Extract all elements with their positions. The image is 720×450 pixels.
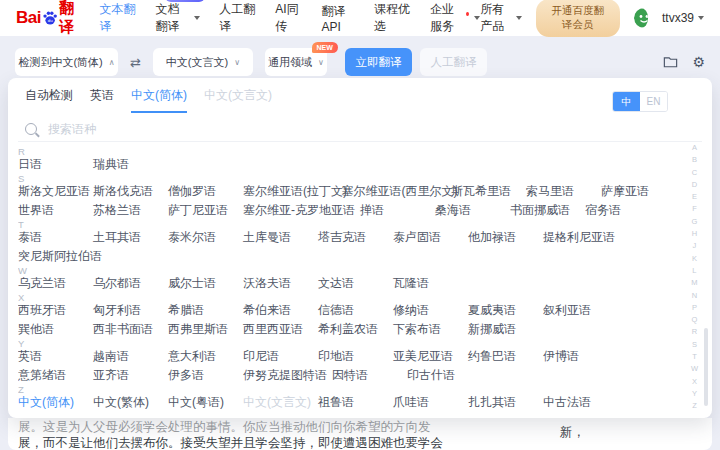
translate-editor[interactable]: 展。这是为人父母必须学会处理的事情。你应当推动他们向你希望的方向发 展，而不是让… <box>8 418 712 450</box>
index-letter[interactable]: F <box>692 205 697 213</box>
nav-item[interactable]: 人工翻译 <box>219 1 256 35</box>
language-option[interactable]: 日语 <box>18 157 93 172</box>
language-option[interactable]: 中文(简体) <box>18 395 93 410</box>
language-option[interactable]: 土库曼语 <box>243 230 318 245</box>
language-option[interactable]: 斯瓦希里语 <box>451 184 526 199</box>
language-option[interactable]: 威尔士语 <box>168 276 243 291</box>
language-option[interactable]: 苏格兰语 <box>93 203 168 218</box>
language-option[interactable]: 书面挪威语 <box>510 203 585 218</box>
language-option[interactable]: 爪哇语 <box>393 395 468 410</box>
language-option[interactable]: 中文(文言文) <box>243 395 318 410</box>
language-option[interactable]: 希伯来语 <box>243 303 318 318</box>
language-option[interactable]: 伊努克提图特语 <box>243 368 332 383</box>
language-option[interactable]: 掸语 <box>360 203 435 218</box>
index-letter[interactable]: N <box>692 292 697 300</box>
language-option[interactable]: 希腊语 <box>168 303 243 318</box>
index-letter[interactable]: A <box>692 144 697 152</box>
nav-item[interactable]: 翻译API <box>322 3 355 34</box>
language-option[interactable]: 塞尔维亚语(西里尔文) <box>342 184 451 199</box>
index-letter[interactable]: J <box>693 242 697 250</box>
language-option[interactable]: 塔吉克语 <box>318 230 393 245</box>
language-option[interactable]: 西弗里斯语 <box>168 322 243 337</box>
search-input[interactable] <box>46 121 652 137</box>
source-text[interactable]: 展。这是为人父母必须学会处理的事情。你应当推动他们向你希望的方向发 展，而不是让… <box>18 419 550 450</box>
language-option[interactable]: 瑞典语 <box>93 157 168 172</box>
nav-item[interactable]: 文档翻译全新升级 <box>155 1 200 35</box>
index-letter[interactable]: P <box>692 304 697 312</box>
index-letter[interactable]: C <box>692 169 697 177</box>
language-option[interactable]: 中古法语 <box>543 395 618 410</box>
language-option[interactable]: 信德语 <box>318 303 393 318</box>
language-option[interactable]: 印地语 <box>318 349 393 364</box>
language-option[interactable]: 中文(繁体) <box>93 395 168 410</box>
language-option[interactable]: 匈牙利语 <box>93 303 168 318</box>
language-option[interactable]: 印尼语 <box>243 349 318 364</box>
language-option[interactable]: 塞尔维亚-克罗地亚语 <box>243 203 360 218</box>
toggle-zh[interactable]: 中 <box>613 92 640 111</box>
language-option[interactable]: 斯洛文尼亚语 <box>18 184 93 199</box>
all-products-menu[interactable]: 所有产品 <box>480 1 521 35</box>
language-option[interactable]: 土耳其语 <box>93 230 168 245</box>
language-option[interactable]: 塞尔维亚语(拉丁文) <box>243 184 342 199</box>
language-option[interactable]: 新挪威语 <box>468 322 543 337</box>
language-option[interactable]: 伊博语 <box>543 349 618 364</box>
language-option[interactable]: 瓦隆语 <box>393 276 468 291</box>
language-option[interactable]: 泰语 <box>18 230 93 245</box>
language-option[interactable]: 印古什语 <box>407 368 482 383</box>
index-letter[interactable]: L <box>692 267 696 275</box>
index-letter[interactable]: Q <box>692 316 698 324</box>
tab-中文(文言文)[interactable]: 中文(文言文) <box>204 87 272 113</box>
language-option[interactable]: 叙利亚语 <box>543 303 618 318</box>
language-option[interactable]: 斯洛伐克语 <box>93 184 168 199</box>
language-option[interactable]: 修纳语 <box>393 303 468 318</box>
language-option[interactable]: 意第绪语 <box>18 368 93 383</box>
language-option[interactable]: 乌克兰语 <box>18 276 93 291</box>
index-letter[interactable]: D <box>692 181 697 189</box>
baidu-translate-logo[interactable]: Bai du 翻译 <box>16 0 81 37</box>
index-letter[interactable]: Y <box>692 390 697 398</box>
language-option[interactable]: 因特语 <box>332 368 407 383</box>
language-option[interactable]: 扎扎其语 <box>468 395 543 410</box>
language-option[interactable]: 亚齐语 <box>93 368 168 383</box>
index-letter[interactable]: W <box>691 365 698 373</box>
index-letter[interactable]: K <box>692 255 697 263</box>
language-option[interactable]: 约鲁巴语 <box>468 349 543 364</box>
language-option[interactable]: 桑海语 <box>435 203 510 218</box>
tab-中文(简体)[interactable]: 中文(简体) <box>131 87 187 113</box>
vip-button[interactable]: 开通百度翻译会员 <box>536 0 620 37</box>
index-letter[interactable]: Z <box>692 402 697 410</box>
index-letter[interactable]: R <box>692 328 697 336</box>
language-option[interactable]: 提格利尼亚语 <box>543 230 620 245</box>
language-option[interactable]: 乌尔都语 <box>93 276 168 291</box>
scrollbar-thumb[interactable] <box>704 328 708 406</box>
index-letter[interactable]: T <box>692 353 697 361</box>
nav-item[interactable]: 文本翻译 <box>99 1 136 35</box>
translate-button[interactable]: 立即翻译 <box>345 48 412 76</box>
index-letter[interactable]: X <box>692 378 697 386</box>
language-option[interactable]: 世界语 <box>18 203 93 218</box>
nav-item[interactable]: AI同传 <box>275 1 302 35</box>
language-option[interactable]: 夏威夷语 <box>468 303 543 318</box>
index-letter[interactable]: G <box>692 218 698 226</box>
nav-item[interactable]: 企业服务 <box>430 1 480 35</box>
language-option[interactable]: 沃洛夫语 <box>243 276 318 291</box>
human-translate-button[interactable]: 人工翻译 <box>420 48 487 76</box>
language-option[interactable]: 巽他语 <box>18 322 93 337</box>
language-option[interactable]: 意大利语 <box>168 349 243 364</box>
language-option[interactable]: 突尼斯阿拉伯语 <box>18 249 107 264</box>
language-option[interactable]: 西里西亚语 <box>243 322 318 337</box>
language-option[interactable]: 泰卢固语 <box>393 230 468 245</box>
index-letter[interactable]: B <box>692 156 697 164</box>
language-option[interactable]: 伊多语 <box>168 368 243 383</box>
toggle-en[interactable]: EN <box>640 92 667 111</box>
settings-gear-icon[interactable]: ⚙ <box>692 55 705 69</box>
index-letter[interactable]: M <box>691 279 697 287</box>
language-option[interactable]: 他加禄语 <box>468 230 543 245</box>
index-letter[interactable]: H <box>692 230 697 238</box>
language-option[interactable]: 西非书面语 <box>93 322 168 337</box>
language-option[interactable]: 泰米尔语 <box>168 230 243 245</box>
target-language-selector[interactable]: 中文(文言文) ∨ <box>153 48 253 76</box>
language-option[interactable]: 西班牙语 <box>18 303 93 318</box>
swap-languages-icon[interactable]: ⇄ <box>130 55 141 70</box>
domain-selector[interactable]: 通用领域 ∨ NEW <box>265 48 327 76</box>
